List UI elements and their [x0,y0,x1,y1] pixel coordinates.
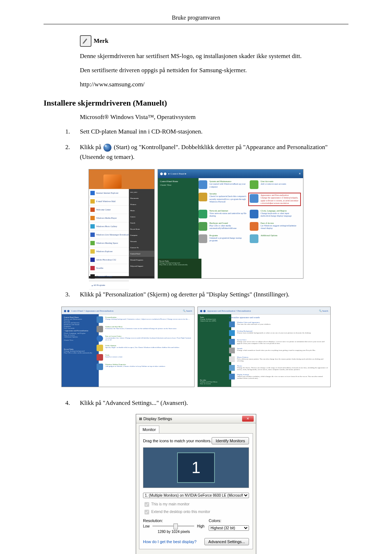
resolution-label: Resolution: [143,518,204,523]
pp-main: Personalize appearance and sounds Window… [229,316,328,385]
note-icon [80,35,91,47]
step-1: 1. Sett CD-platen Manual inn i CD-ROM-st… [65,127,348,136]
best-display-link[interactable]: How do I get the best display? [143,539,196,544]
drag-text: Drag the icons to match your monitors. [143,439,212,443]
note-row: Merk [80,35,348,47]
monitor-select[interactable]: 1. (Multiple Monitors) on NVIDIA GeForce… [143,493,249,498]
close-icon[interactable]: ✕ [242,416,254,422]
step-2-text: Klikk på (Start) og "Kontrollpanel". Dob… [80,142,348,162]
note-url: http://www.samsung.com/ [80,79,348,89]
note-paragraph-1: Denne skjermdriveren har sertifisert MS-… [80,51,348,61]
ds-titlebar: 🖥 Display Settings ✕ [136,414,256,423]
step-2-pre: Klikk på [80,144,103,151]
step-3-num: 3. [65,290,80,299]
section-subtitle: Microsoft® Windows Vista™, Operativsyste… [80,114,348,121]
colors-label: Colors: [209,518,249,523]
start-orb-icon [103,144,111,152]
start-right-panel: user_user Documents Pictures Music Games… [129,189,154,276]
advanced-settings-button[interactable]: Advanced Settings... [204,538,249,545]
main-monitor-checkbox: This is my main monitor [143,501,249,508]
personalization-panel-screenshot: ⬤ ⬤ Appearance and Personalization > Per… [197,307,331,387]
step-4-num: 4. [65,398,80,408]
ap-sidebar: Control Panel Home System and Maintenanc… [62,314,99,387]
ap-main: PersonalizationChange desktop background… [97,316,192,385]
step-2-post: (Start) og "Kontrollpanel". Dobbeltklikk… [80,144,328,160]
screenshot-row-2: ⬤ ⬤ Control Panel > Appearance and Perso… [44,307,348,387]
step-3-text: Klikk på "Personalization" (Skjerm) og d… [80,290,348,299]
page-header: Bruke programvaren [44,15,348,21]
start-menu-screenshot: Internet Internet Explorer E-mail Window… [89,169,155,279]
step-4: 4. Klikk på "Advanced Settings..." (Avan… [65,398,348,408]
step-3: 3. Klikk på "Personalization" (Skjerm) o… [65,290,348,299]
note-paragraph-2: Den sertifiserte driveren oppgis på nett… [80,65,348,75]
identify-monitors-button[interactable]: Identify Monitors [212,437,249,444]
monitor-1-icon[interactable]: 1 [177,452,215,483]
monitor-tab[interactable]: Monitor [139,426,159,433]
step-4-text: Klikk på "Advanced Settings..." (Avanser… [80,398,348,408]
resolution-slider[interactable]: Low High [143,524,204,528]
section-heading: Installere skjermdriveren (Manuelt) [44,98,348,108]
cp-recent-tasks: Recent Tasks Change desktop background P… [158,259,201,278]
monitor-arrangement[interactable]: 1 [143,447,249,488]
header-rule [44,24,348,24]
pp-sidebar: Tasks Change desktop icons Adjust font s… [198,314,231,387]
control-panel-screenshot: ⬤ ⬤ ▸ Control Panel ▸ ✕ Control Panel Ho… [158,169,303,279]
step-2: 2. Klikk på (Start) og "Kontrollpanel". … [65,142,348,162]
colors-select[interactable]: Highest (32 bit) [209,525,249,531]
extend-desktop-checkbox: Extend the desktop onto this monitor [143,509,249,516]
step-2-num: 2. [65,142,80,162]
cp-main: System and MaintenanceGet started with W… [199,180,301,267]
screenshot-row-1: Internet Internet Explorer E-mail Window… [44,169,348,279]
cp-titlebar: ⬤ ⬤ ▸ Control Panel ▸ ✕ [158,169,303,178]
step-1-text: Sett CD-platen Manual inn i CD-ROM-stasj… [80,127,348,136]
ds-tab-body: Drag the icons to match your monitors. I… [139,433,253,549]
display-settings-screenshot: 🖥 Display Settings ✕ Monitor Drag the ic… [136,414,256,554]
note-label: Merk [94,37,109,45]
start-left-panel: Internet Internet Explorer E-mail Window… [89,189,129,276]
appearance-panel-screenshot: ⬤ ⬤ Control Panel > Appearance and Perso… [61,307,195,387]
user-picture [103,175,122,188]
cp-sidebar: Control Panel Home Classic View [158,178,199,270]
step-1-num: 1. [65,127,80,136]
resolution-value: 1280 by 1024 pixels [143,530,204,534]
